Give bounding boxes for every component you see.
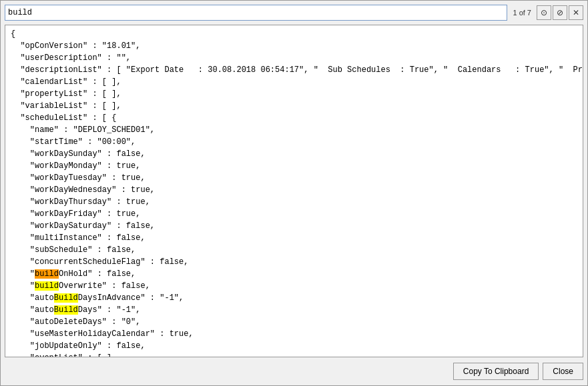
search-bar: 1 of 7 ⊙ ⊘ ✕ [5, 5, 583, 21]
next-button[interactable]: ⊘ [553, 5, 567, 20]
search-input[interactable] [5, 5, 507, 21]
search-count: 1 of 7 [510, 9, 534, 17]
highlight-2: Build [54, 293, 78, 303]
footer: Copy To Clipboard Close [5, 361, 583, 381]
copy-to-clipboard-button[interactable]: Copy To Clipboard [453, 363, 539, 380]
json-content: { "opConVersion" : "18.01", "userDescrip… [5, 25, 583, 357]
nav-buttons: ⊙ ⊘ ✕ [537, 5, 583, 20]
search-close-button[interactable]: ✕ [569, 5, 583, 20]
prev-button[interactable]: ⊙ [537, 5, 551, 20]
main-dialog: 1 of 7 ⊙ ⊘ ✕ { "opConVersion" : "18.01",… [0, 0, 588, 386]
highlight-1: build [35, 281, 59, 291]
highlight-3: Build [54, 305, 78, 315]
close-button[interactable]: Close [543, 363, 583, 380]
content-area[interactable]: { "opConVersion" : "18.01", "userDescrip… [5, 25, 583, 357]
highlight-current: build [35, 269, 59, 279]
